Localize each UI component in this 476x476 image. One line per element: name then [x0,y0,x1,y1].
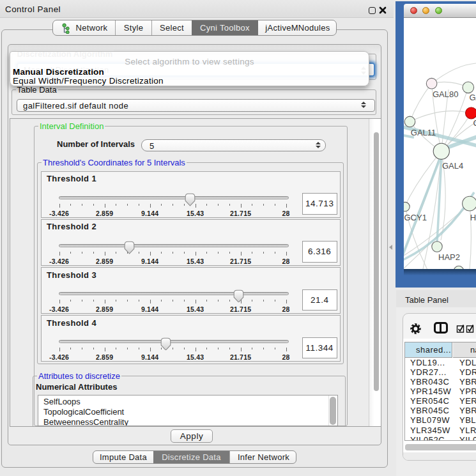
svg-text:GAL80: GAL80 [433,89,458,99]
svg-text:HAP2: HAP2 [438,252,460,262]
svg-text:GAL11: GAL11 [411,128,436,137]
svg-text:GCY1: GCY1 [404,213,427,222]
svg-text:H: H [470,213,476,222]
svg-text:C: C [473,118,476,128]
svg-text:GAL4: GAL4 [442,161,463,171]
svg-text:GA: GA [470,93,476,102]
